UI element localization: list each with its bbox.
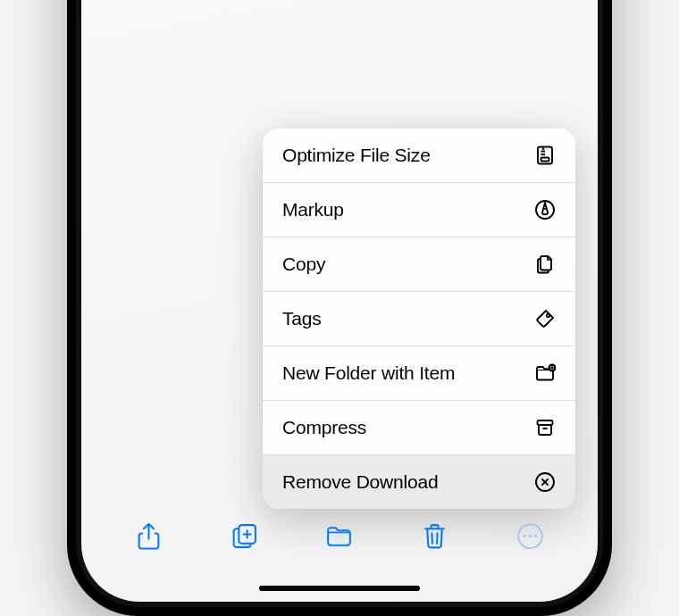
menu-item-label: New Folder with Item <box>282 362 455 384</box>
folder-icon <box>324 521 354 554</box>
menu-item-remove-download[interactable]: Remove Download <box>263 455 575 509</box>
svg-line-20 <box>432 533 433 543</box>
menu-item-copy[interactable]: Copy <box>263 237 575 292</box>
copy-icon <box>533 253 557 276</box>
screen: Optimize File Size Markup <box>81 0 598 602</box>
remove-download-icon <box>533 470 557 494</box>
menu-item-compress[interactable]: Compress <box>263 401 575 455</box>
svg-line-21 <box>437 533 438 543</box>
duplicate-button[interactable] <box>223 517 264 558</box>
menu-item-label: Remove Download <box>282 471 438 493</box>
menu-item-markup[interactable]: Markup <box>263 183 575 237</box>
trash-icon <box>420 521 449 554</box>
menu-item-label: Markup <box>282 199 344 221</box>
menu-item-new-folder-with-item[interactable]: New Folder with Item <box>263 346 575 401</box>
folder-button[interactable] <box>319 517 360 558</box>
phone-frame: Optimize File Size Markup <box>67 0 612 616</box>
share-icon <box>134 521 163 554</box>
file-optimize-icon <box>533 144 557 167</box>
share-button[interactable] <box>128 517 169 558</box>
svg-point-23 <box>524 534 526 537</box>
markup-icon <box>533 198 557 221</box>
svg-rect-11 <box>538 420 553 425</box>
menu-item-optimize-file-size[interactable]: Optimize File Size <box>263 129 575 183</box>
duplicate-plus-icon <box>230 521 259 554</box>
delete-button[interactable] <box>415 517 456 558</box>
context-menu: Optimize File Size Markup <box>263 129 575 509</box>
svg-rect-3 <box>541 158 549 162</box>
phone-bezel: Optimize File Size Markup <box>76 0 603 607</box>
home-indicator[interactable] <box>259 586 420 591</box>
svg-point-25 <box>534 534 537 537</box>
menu-item-label: Copy <box>282 254 325 275</box>
bottom-toolbar <box>81 511 598 564</box>
menu-item-label: Optimize File Size <box>282 145 431 166</box>
folder-plus-icon <box>533 362 557 385</box>
menu-item-tags[interactable]: Tags <box>263 292 575 346</box>
svg-point-5 <box>547 314 549 317</box>
archive-icon <box>533 416 557 439</box>
svg-point-24 <box>529 534 532 537</box>
tag-icon <box>533 307 557 330</box>
menu-item-label: Compress <box>282 417 366 438</box>
menu-item-label: Tags <box>282 308 322 329</box>
more-button[interactable] <box>510 517 551 558</box>
ellipsis-circle-icon <box>516 521 545 554</box>
